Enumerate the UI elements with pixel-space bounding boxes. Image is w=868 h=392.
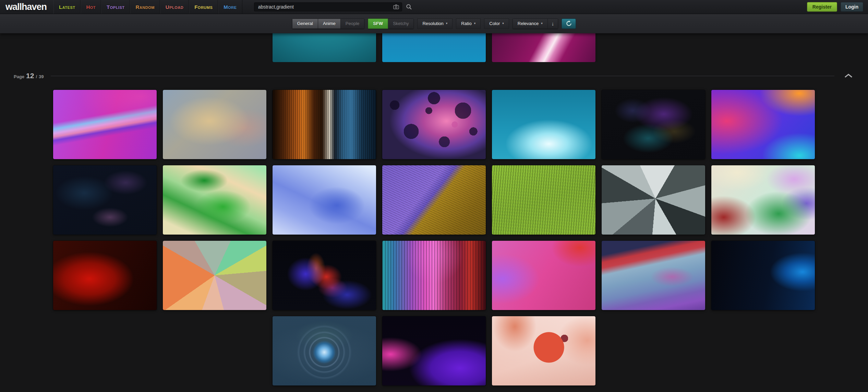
purity-sfw-button[interactable]: SFW [368,19,388,29]
dropdown-label: Color [489,21,500,26]
wallpaper-thumb-peach-3d-shapes[interactable] [492,316,595,385]
resolution-dropdown[interactable]: Resolution▾ [417,19,453,29]
wallpaper-thumb-rainbow-hex-mosaic[interactable] [382,241,486,310]
previous-page-row [0,33,868,62]
chevron-up-icon [844,73,853,78]
auth-buttons: Register Login [807,0,868,14]
dropdown-label: Resolution [422,21,443,26]
nav-item-toplist[interactable]: Toplist [101,0,130,14]
wallpaper-thumb-magenta-light-streak[interactable] [492,33,595,62]
wallpaper-thumb-blue-wave[interactable] [382,33,486,62]
category-group: GeneralAnimePeople [292,19,365,29]
wallhaven-logo[interactable]: wallhaven [0,0,53,14]
search-input[interactable] [254,2,402,11]
camera-icon[interactable] [393,4,399,10]
nav-item-latest[interactable]: Latest [53,0,81,14]
wallpaper-thumb-periwinkle-waves[interactable] [273,165,376,235]
dropdown-label: Ratio [461,21,471,26]
color-dropdown[interactable]: Color▾ [484,19,509,29]
category-people-button[interactable]: People [341,19,364,29]
caret-down-icon: ▾ [502,22,504,25]
login-button[interactable]: Login [841,2,863,12]
page-divider: Page 12 / 39 [0,70,868,82]
wallpaper-thumb-bigsur-waves[interactable] [602,241,705,310]
caret-down-icon: ▾ [446,22,448,25]
wallpaper-thumb-dark-red-blue-curves[interactable] [273,241,376,310]
page-separator: / [36,74,37,79]
category-general-button[interactable]: General [292,19,318,29]
wallpaper-thumb-magenta-silk-wave[interactable] [53,90,157,159]
page-current: 12 [26,72,34,80]
refresh-icon [566,21,572,26]
wallpaper-thumb-bokeh-circles[interactable] [382,90,486,159]
search-area [254,0,413,14]
nav-item-more[interactable]: More [218,0,242,14]
filter-bar: GeneralAnimePeople SFWSketchy Resolution… [0,14,868,33]
nav-item-hot[interactable]: Hot [81,0,101,14]
wallpaper-thumb-dark-liquid-marble[interactable] [602,90,705,159]
wallpaper-thumb-deep-blue-glow[interactable] [711,241,815,310]
wallpaper-thumb-magenta-purple-wave[interactable] [382,316,486,385]
search-button[interactable] [405,3,413,11]
nav-menu: LatestHotToplistRandomUploadForumsMore [53,0,242,14]
wallpaper-thumb-soft-blur-pastel[interactable] [163,90,266,159]
wallpaper-thumb-teal-gradient[interactable] [273,33,376,62]
nav-item-upload[interactable]: Upload [160,0,189,14]
purity-sketchy-button[interactable]: Sketchy [388,19,414,29]
caret-down-icon: ▾ [474,22,476,25]
sort-label: Relevance [518,21,539,26]
arrow-down-icon: ↓ [552,21,554,26]
wallpaper-thumb-purple-gold-glitch[interactable] [382,165,486,235]
page-word: Page [14,74,24,79]
purity-group: SFWSketchy [368,19,414,29]
wallpaper-thumb-vivid-fluid-marble[interactable] [711,90,815,159]
wallpaper-thumb-fractal-rings-orb[interactable] [273,316,376,385]
sort-group: Relevance ▾ ↓ [513,19,558,29]
nav-item-forums[interactable]: Forums [189,0,218,14]
page-total: 39 [39,74,44,79]
wallpaper-thumb-green-cream-waves[interactable] [163,165,266,235]
wallpaper-thumb-dark-silk-smoke[interactable] [53,165,157,235]
wallpaper-thumb-rainbow-soft-blur[interactable] [711,165,815,235]
sort-dropdown[interactable]: Relevance ▾ [513,19,548,29]
register-button[interactable]: Register [807,2,837,12]
refresh-button[interactable] [562,19,576,29]
wallpaper-grid [53,90,815,385]
wallpaper-thumb-pink-violet-gradient[interactable] [492,241,595,310]
top-navbar: wallhaven LatestHotToplistRandomUploadFo… [0,0,868,14]
page-indicator: Page 12 / 39 [14,72,44,80]
sort-direction-button[interactable]: ↓ [548,19,558,29]
wallpaper-thumb-fire-ice-streaks[interactable] [273,90,376,159]
scroll-to-top-button[interactable] [843,72,854,80]
filter-dropdowns: Resolution▾Ratio▾Color▾ [417,19,509,29]
magnifier-icon [406,4,412,10]
wallpaper-thumb-red-black-glow[interactable] [53,241,157,310]
category-anime-button[interactable]: Anime [318,19,341,29]
wallpaper-thumb-green-grass-texture[interactable] [492,165,595,235]
wallpaper-thumb-pastel-conic-rays[interactable] [163,241,266,310]
divider-line [51,76,834,76]
wallpaper-thumb-cyan-glow[interactable] [492,90,595,159]
wallpaper-thumb-gray-polygon-shards[interactable] [602,165,705,235]
search-box [254,2,402,11]
ratio-dropdown[interactable]: Ratio▾ [456,19,481,29]
nav-item-random[interactable]: Random [130,0,160,14]
caret-down-icon: ▾ [541,22,543,25]
